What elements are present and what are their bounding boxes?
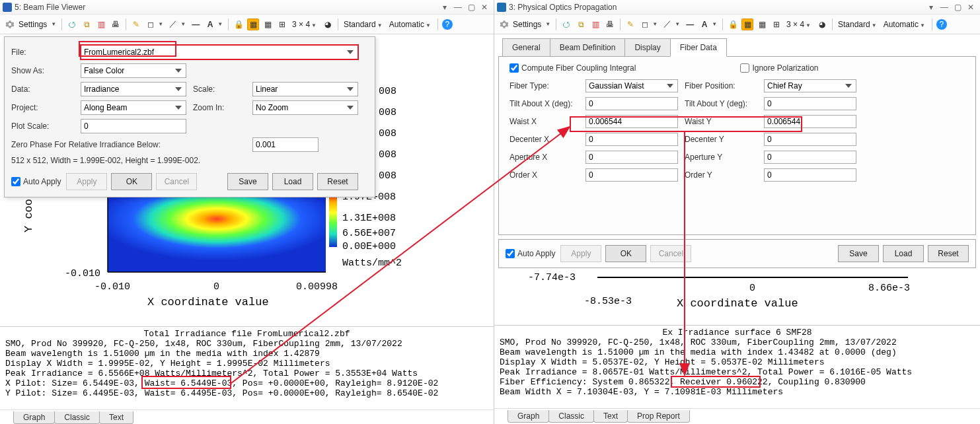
refresh-icon[interactable]: ⭯ xyxy=(66,18,78,30)
tab-graph[interactable]: Graph xyxy=(508,410,549,423)
standard-select[interactable]: Standard▼ xyxy=(342,20,385,29)
minimize-icon[interactable]: — xyxy=(451,2,465,13)
chevron-down-icon[interactable]: ▼ xyxy=(675,21,680,27)
square-icon[interactable]: ◻ xyxy=(145,18,157,30)
gear-icon[interactable] xyxy=(4,18,16,30)
tilty-input[interactable] xyxy=(764,97,856,110)
tab-graph[interactable]: Graph xyxy=(13,411,55,424)
grid2-icon[interactable]: ▦ xyxy=(756,18,768,30)
text-tool-icon[interactable]: A xyxy=(698,18,710,30)
arrow-icon[interactable]: — xyxy=(684,18,696,30)
tiltx-input[interactable] xyxy=(585,97,678,110)
grid3-icon[interactable]: ⊞ xyxy=(276,18,288,30)
zoom-select[interactable]: No Zoom xyxy=(252,100,358,115)
grid2-icon[interactable]: ▦ xyxy=(262,18,274,30)
chevron-down-icon[interactable]: ▼ xyxy=(180,21,186,27)
settings-button[interactable]: Settings xyxy=(19,20,47,29)
grid-size-select[interactable]: 3 × 4▼ xyxy=(785,20,813,29)
chevron-down-icon[interactable]: ▼ xyxy=(158,21,163,27)
copy-icon[interactable]: ⧉ xyxy=(81,18,93,30)
lock-icon[interactable]: 🔒 xyxy=(233,18,245,30)
fiberpos-select[interactable]: Chief Ray xyxy=(764,79,856,92)
ok-button[interactable]: OK xyxy=(111,173,152,190)
showas-select[interactable]: False Color xyxy=(81,63,186,78)
standard-select[interactable]: Standard▼ xyxy=(837,20,880,29)
reset-button[interactable]: Reset xyxy=(928,245,969,262)
help-icon[interactable]: ? xyxy=(936,19,947,30)
compute-fiber-checkbox[interactable]: Compute Fiber Coupling Integral xyxy=(509,63,636,73)
chevron-down-icon[interactable]: ▾ xyxy=(924,2,938,13)
refresh-icon[interactable]: ⭯ xyxy=(560,18,572,30)
apx-input[interactable] xyxy=(585,151,678,164)
settings-dropdown-chevron-icon[interactable]: ▼ xyxy=(51,21,56,27)
settings-button[interactable]: Settings xyxy=(513,20,541,29)
tab-text[interactable]: Text xyxy=(593,410,628,423)
text-output-left[interactable]: Total Irradiance file FromLumerical2.zbf… xyxy=(0,326,494,409)
scale-select[interactable]: Linear xyxy=(252,82,358,96)
save-button[interactable]: Save xyxy=(838,245,879,262)
apply-button[interactable]: Apply xyxy=(560,245,601,262)
ordy-input[interactable] xyxy=(764,168,856,182)
grid-size-select[interactable]: 3 × 4▼ xyxy=(291,20,319,29)
chevron-down-icon[interactable]: ▼ xyxy=(652,21,658,27)
close-icon[interactable]: ✕ xyxy=(478,2,491,13)
data-select[interactable]: Irradiance xyxy=(81,82,186,96)
arrow-icon[interactable]: — xyxy=(190,18,202,30)
cancel-button[interactable]: Cancel xyxy=(650,245,691,262)
autoapply-checkbox[interactable]: Auto Apply xyxy=(11,177,61,186)
line-icon[interactable]: ／ xyxy=(167,18,179,30)
printer-icon[interactable]: 🖶 xyxy=(110,18,122,30)
tab-fiber-data[interactable]: Fiber Data xyxy=(670,38,727,57)
file-select[interactable]: FromLumerical2.zbf xyxy=(81,45,358,59)
waistx-input[interactable] xyxy=(585,115,678,128)
apply-button[interactable]: Apply xyxy=(66,173,107,190)
cancel-button[interactable]: Cancel xyxy=(156,173,197,190)
lock-icon[interactable]: 🔒 xyxy=(727,18,739,30)
tab-general[interactable]: General xyxy=(502,38,550,57)
tab-display[interactable]: Display xyxy=(624,38,670,57)
zerophase-input[interactable] xyxy=(252,137,319,152)
ok-button[interactable]: OK xyxy=(605,245,646,262)
chevron-down-icon[interactable]: ▼ xyxy=(712,21,717,27)
printer-icon[interactable]: 🖶 xyxy=(604,18,616,30)
pencil-icon[interactable]: ✎ xyxy=(130,18,142,30)
decy-input[interactable] xyxy=(764,133,856,146)
grid-highlight-icon[interactable]: ▦ xyxy=(741,18,753,30)
chart-icon[interactable]: ▥ xyxy=(95,18,107,30)
gear-icon[interactable] xyxy=(498,18,510,30)
project-select[interactable]: Along Beam xyxy=(81,100,186,115)
tab-classic[interactable]: Classic xyxy=(548,410,594,423)
line-icon[interactable]: ／ xyxy=(661,18,673,30)
tab-classic[interactable]: Classic xyxy=(54,411,100,424)
chevron-down-icon[interactable]: ▾ xyxy=(438,2,451,13)
waisty-input[interactable] xyxy=(764,115,856,128)
text-tool-icon[interactable]: A xyxy=(204,18,216,30)
ignore-polarization-checkbox[interactable]: Ignore Polarization xyxy=(740,63,818,73)
fibertype-select[interactable]: Gaussian Waist xyxy=(585,79,678,92)
maximize-icon[interactable]: ▢ xyxy=(951,2,964,13)
clock-icon[interactable]: ◕ xyxy=(816,18,828,30)
reset-button[interactable]: Reset xyxy=(317,173,358,190)
chevron-down-icon[interactable]: ▼ xyxy=(217,21,223,27)
save-button[interactable]: Save xyxy=(227,173,268,190)
automatic-select[interactable]: Automatic▼ xyxy=(882,20,928,29)
copy-icon[interactable]: ⧉ xyxy=(575,18,587,30)
grid-highlight-icon[interactable]: ▦ xyxy=(247,18,259,30)
decx-input[interactable] xyxy=(585,133,678,146)
autoapply-checkbox[interactable]: Auto Apply xyxy=(506,249,555,258)
text-output-right[interactable]: Ex Irradiance surface 6 SMF28SMO, Prod N… xyxy=(494,325,980,408)
tab-prop-report[interactable]: Prop Report xyxy=(627,410,690,423)
close-icon[interactable]: ✕ xyxy=(964,2,977,13)
square-icon[interactable]: ◻ xyxy=(639,18,651,30)
clock-icon[interactable]: ◕ xyxy=(322,18,334,30)
plotscale-input[interactable] xyxy=(81,119,186,133)
maximize-icon[interactable]: ▢ xyxy=(465,2,478,13)
tab-text[interactable]: Text xyxy=(99,411,133,424)
ordx-input[interactable] xyxy=(585,168,678,182)
grid3-icon[interactable]: ⊞ xyxy=(771,18,782,30)
load-button[interactable]: Load xyxy=(883,245,924,262)
help-icon[interactable]: ? xyxy=(442,19,453,30)
minimize-icon[interactable]: — xyxy=(938,2,951,13)
pencil-icon[interactable]: ✎ xyxy=(624,18,636,30)
apy-input[interactable] xyxy=(764,151,856,164)
